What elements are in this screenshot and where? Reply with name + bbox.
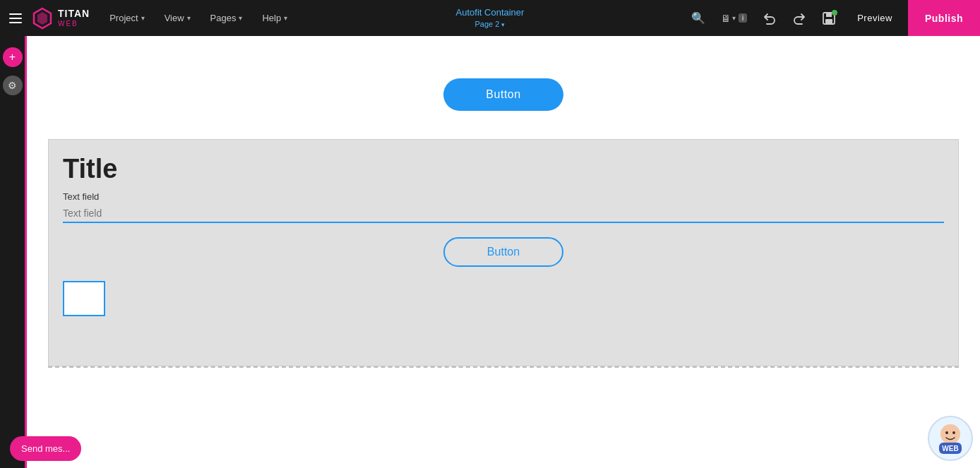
- nav-pages[interactable]: Pages ▾: [202, 8, 251, 28]
- chevron-down-icon: ▾: [187, 14, 191, 22]
- inner-button-row: Button: [63, 237, 944, 267]
- settings-button[interactable]: ⚙: [3, 76, 23, 95]
- svg-marker-1: [37, 12, 47, 25]
- inner-canvas-button[interactable]: Button: [443, 237, 563, 267]
- container-name: Autofit Container: [456, 6, 525, 19]
- bottom-spacer: [63, 330, 944, 352]
- center-breadcrumb[interactable]: Autofit Container Page 2 ▾: [456, 6, 525, 30]
- gear-icon: ⚙: [8, 80, 17, 91]
- mascot-icon: WEB: [932, 420, 969, 457]
- hamburger-icon: [9, 13, 22, 23]
- image-placeholder[interactable]: [63, 281, 105, 316]
- chevron-down-icon: ▾: [239, 14, 242, 22]
- topbar-right: 🔍 🖥 ▾ i Preview Publ: [686, 0, 980, 36]
- nav-project[interactable]: Project ▾: [101, 8, 153, 28]
- chat-bubble[interactable]: Send mes...: [10, 436, 81, 461]
- undo-button[interactable]: [757, 6, 782, 31]
- nav-view[interactable]: View ▾: [156, 8, 199, 28]
- redo-icon: [793, 12, 806, 25]
- redo-button[interactable]: [787, 6, 812, 31]
- chevron-down-icon: ▾: [284, 14, 287, 22]
- svg-rect-3: [826, 13, 832, 17]
- device-info-badge: i: [739, 13, 747, 23]
- add-element-button[interactable]: +: [3, 47, 23, 67]
- topbar: TITAN WEB Project ▾ View ▾ Pages ▾ Help …: [0, 0, 980, 36]
- logo-titan: TITAN: [58, 8, 90, 19]
- content-title: Title: [63, 154, 944, 184]
- logo-text: TITAN WEB: [58, 8, 90, 27]
- section-divider: [48, 366, 959, 368]
- text-field-label: Text field: [63, 191, 944, 202]
- svg-point-7: [952, 431, 955, 434]
- hamburger-menu[interactable]: [0, 13, 31, 23]
- support-mascot[interactable]: WEB: [928, 416, 973, 461]
- undo-icon: [763, 12, 776, 25]
- logo-area: TITAN WEB: [31, 7, 101, 30]
- svg-point-6: [945, 431, 948, 434]
- nav-items: Project ▾ View ▾ Pages ▾ Help ▾: [101, 8, 686, 28]
- publish-button[interactable]: Publish: [908, 0, 980, 36]
- top-canvas-button[interactable]: Button: [443, 78, 563, 111]
- svg-point-5: [940, 424, 960, 444]
- titan-logo-icon: [31, 7, 54, 30]
- canvas-top-area: Button: [27, 36, 980, 139]
- plus-icon: +: [9, 51, 16, 64]
- preview-button[interactable]: Preview: [846, 7, 904, 29]
- save-status-dot: [832, 10, 837, 16]
- nav-help[interactable]: Help ▾: [253, 8, 296, 28]
- page-indicator[interactable]: Page 2 ▾: [456, 19, 525, 30]
- chevron-down-icon: ▾: [732, 14, 736, 22]
- canvas: Button Title Text field Button: [27, 36, 980, 468]
- device-selector[interactable]: 🖥 ▾ i: [715, 10, 753, 27]
- chevron-down-icon: ▾: [141, 14, 145, 22]
- logo-web: WEB: [58, 20, 90, 28]
- save-button[interactable]: [816, 6, 842, 31]
- desktop-icon: 🖥: [721, 13, 731, 24]
- text-field-input[interactable]: [63, 205, 944, 223]
- sidebar: + ⚙: [0, 36, 27, 468]
- chevron-down-icon: ▾: [501, 21, 505, 28]
- svg-text:WEB: WEB: [942, 445, 958, 452]
- content-container[interactable]: Title Text field Button: [48, 139, 959, 366]
- svg-rect-4: [825, 19, 832, 23]
- search-button[interactable]: 🔍: [686, 6, 711, 31]
